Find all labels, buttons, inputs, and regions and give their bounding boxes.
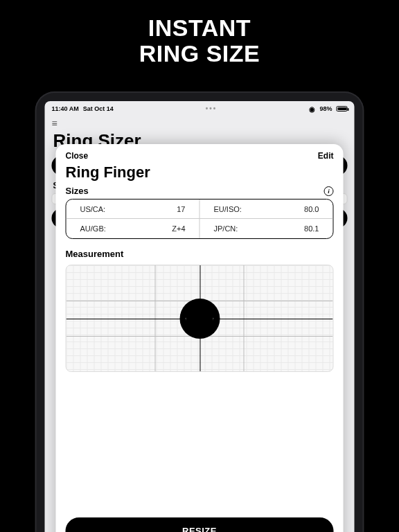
size-label: US/CA: (80, 205, 106, 213)
size-cell-augb: AU/GB: Z+4 (66, 219, 200, 238)
status-bar: 11:40 AM Sat Oct 14 ••• ◉ 98% (45, 101, 355, 114)
status-time: 11:40 AM (52, 105, 79, 112)
tablet-frame: 11:40 AM Sat Oct 14 ••• ◉ 98% ≡ Ring Siz… (35, 91, 364, 532)
battery-icon (337, 106, 348, 112)
size-cell-jpcn: JP/CN: 80.1 (200, 219, 333, 238)
size-value: Z+4 (172, 224, 185, 233)
wifi-icon: ◉ (309, 105, 315, 113)
size-label: EU/ISO: (214, 205, 242, 213)
modal-title: Ring Finger (66, 162, 334, 186)
detail-modal: Close Edit Ring Finger Sizes i US/CA: 17… (56, 144, 344, 532)
promo-headline: INSTANT RING SIZE (0, 0, 399, 67)
sizes-section-label: Sizes (66, 186, 89, 196)
sizes-table: US/CA: 17 EU/ISO: 80.0 AU/GB: Z+4 JP/CN: (66, 199, 334, 239)
table-row: US/CA: 17 EU/ISO: 80.0 (66, 200, 333, 219)
size-cell-euiso: EU/ISO: 80.0 (200, 200, 333, 218)
info-icon[interactable]: i (324, 186, 334, 196)
resize-button[interactable]: RESIZE (66, 517, 334, 532)
measurement-grid[interactable]: ← → (66, 265, 334, 372)
multitask-dots: ••• (206, 106, 218, 112)
size-value: 17 (177, 205, 185, 213)
measurement-section-label: Measurement (66, 249, 334, 259)
edit-button[interactable]: Edit (318, 151, 334, 161)
size-value: 80.0 (304, 205, 319, 213)
close-button[interactable]: Close (66, 151, 89, 161)
size-cell-usca: US/CA: 17 (66, 200, 200, 218)
promo-line-2: RING SIZE (0, 41, 399, 66)
battery-percent: 98% (319, 105, 332, 112)
device-screen: 11:40 AM Sat Oct 14 ••• ◉ 98% ≡ Ring Siz… (45, 101, 355, 532)
size-value: 80.1 (304, 224, 319, 233)
crosshair-horizontal (66, 319, 333, 319)
size-label: AU/GB: (80, 224, 106, 233)
hamburger-menu-icon[interactable]: ≡ (45, 114, 355, 129)
promo-line-1: INSTANT (0, 15, 399, 41)
table-row: AU/GB: Z+4 JP/CN: 80.1 (66, 219, 333, 238)
size-label: JP/CN: (214, 224, 238, 233)
status-date: Sat Oct 14 (83, 105, 114, 112)
